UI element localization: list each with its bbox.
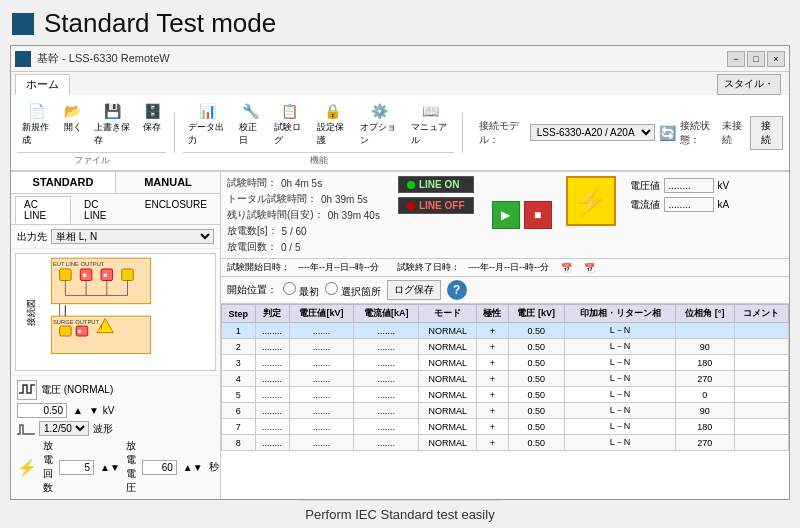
refresh-icon[interactable]: 🔄 bbox=[659, 125, 676, 141]
selected-radio[interactable] bbox=[325, 282, 338, 295]
ribbon-group-function: 📊 データ出力 🔧 校正日 📋 試験ログ 🔒 設定保護 bbox=[183, 98, 454, 167]
connect-button[interactable]: 接続 bbox=[750, 116, 783, 150]
status-times: 試験時間： 0h 4m 5s トータル試験時間： 0h 39m 5s 残り試験時… bbox=[227, 176, 380, 254]
page-title: Standard Test mode bbox=[44, 8, 276, 39]
first-radio[interactable] bbox=[283, 282, 296, 295]
manual-icon: 📖 bbox=[420, 101, 440, 121]
file-buttons: 📄 新規作成 📂 開く 💾 上書き保存 🗄️ 保存 bbox=[17, 98, 166, 150]
minimize-button[interactable]: − bbox=[727, 51, 745, 67]
line-off-button[interactable]: LINE OFF bbox=[398, 197, 474, 214]
start-date-label: 試験開始日時： bbox=[227, 261, 290, 274]
line-on-button[interactable]: LINE ON bbox=[398, 176, 474, 193]
start-position-label: 開始位置： bbox=[227, 283, 277, 297]
table-row[interactable]: 1......................NORMAL+0.50L－N bbox=[222, 323, 789, 339]
waveform-select[interactable]: 1.2/50 bbox=[39, 421, 89, 436]
tab-home[interactable]: ホーム bbox=[15, 74, 70, 95]
table-row[interactable]: 3......................NORMAL+0.50L－N180 bbox=[222, 355, 789, 371]
overwrite-save-button[interactable]: 💾 上書き保存 bbox=[89, 98, 136, 150]
new-icon: 📄 bbox=[27, 101, 47, 121]
discharge-row: ⚡ 放電回数 ▲▼ 放電電圧 ▲▼ 秒 bbox=[17, 439, 214, 495]
tab-dc-line[interactable]: DC LINE bbox=[75, 196, 132, 224]
new-button[interactable]: 📄 新規作成 bbox=[17, 98, 57, 150]
cal-icon: 🔧 bbox=[240, 101, 260, 121]
connection-area: 接続モデル： LSS-6330-A20 / A20A 🔄 接続状態： 未接続 接… bbox=[479, 116, 783, 150]
table-row[interactable]: 4......................NORMAL+0.50L－N270 bbox=[222, 371, 789, 387]
stop-button[interactable]: ■ bbox=[524, 201, 552, 229]
voltage-display bbox=[664, 178, 714, 193]
function-buttons: 📊 データ出力 🔧 校正日 📋 試験ログ 🔒 設定保護 bbox=[183, 98, 454, 150]
table-row[interactable]: 2......................NORMAL+0.50L－N90 bbox=[222, 339, 789, 355]
open-button[interactable]: 📂 開く bbox=[59, 98, 87, 150]
style-button[interactable]: スタイル・ bbox=[717, 74, 781, 95]
warning-icon: ⚡ bbox=[573, 185, 608, 218]
manual-button[interactable]: 📖 マニュアル bbox=[406, 98, 455, 150]
tab-standard[interactable]: STANDARD bbox=[11, 172, 116, 193]
col-step: Step bbox=[222, 305, 256, 323]
test-log-button[interactable]: 📋 試験ログ bbox=[269, 98, 310, 150]
output-source-select[interactable]: 単相 L, N bbox=[51, 229, 214, 244]
warning-box: ⚡ bbox=[566, 176, 616, 226]
discharge-voltage-input[interactable] bbox=[142, 460, 177, 475]
calendar-icon[interactable]: 📅 bbox=[561, 263, 572, 273]
connection-model-label: 接続モデル： bbox=[479, 119, 525, 147]
voltage-stepper-down[interactable]: ▼ bbox=[89, 405, 99, 416]
current-display bbox=[664, 197, 714, 212]
table-row[interactable]: 5......................NORMAL+0.50L－N0 bbox=[222, 387, 789, 403]
end-date-value: ----年--月--日--時--分 bbox=[468, 261, 549, 274]
discharge-count2-value: 0 / 5 bbox=[281, 242, 300, 253]
data-output-button[interactable]: 📊 データ出力 bbox=[183, 98, 232, 150]
voltage-row: 電圧 (NORMAL) bbox=[17, 380, 214, 400]
maximize-button[interactable]: □ bbox=[747, 51, 765, 67]
discharge-count2-row: 放電回数： 0 / 5 bbox=[227, 240, 380, 254]
table-controls: 開始位置： 最初 選択箇所 ログ保存 ? bbox=[221, 277, 789, 304]
line-status: LINE ON LINE OFF bbox=[398, 176, 474, 254]
tab-manual[interactable]: MANUAL bbox=[116, 172, 220, 193]
table-row[interactable]: 8......................NORMAL+0.50L－N270 bbox=[222, 435, 789, 451]
help-button[interactable]: ? bbox=[447, 280, 467, 300]
table-row[interactable]: 7......................NORMAL+0.50L－N180 bbox=[222, 419, 789, 435]
connection-model-select[interactable]: LSS-6330-A20 / A20A bbox=[530, 124, 655, 141]
settings-protect-button[interactable]: 🔒 設定保護 bbox=[312, 98, 353, 150]
col-kv: 電圧 [kV] bbox=[508, 305, 564, 323]
calendar-icon2[interactable]: 📅 bbox=[584, 263, 595, 273]
voltage-display-row: 電圧値 kV bbox=[630, 178, 730, 193]
save-icon: 💾 bbox=[102, 101, 122, 121]
save-button[interactable]: 🗄️ 保存 bbox=[138, 98, 166, 150]
voltage-stepper-up[interactable]: ▲ bbox=[73, 405, 83, 416]
total-time-row: トータル試験時間： 0h 39m 5s bbox=[227, 192, 380, 206]
col-mode: モード bbox=[419, 305, 477, 323]
ribbon-content: 📄 新規作成 📂 開く 💾 上書き保存 🗄️ 保存 bbox=[11, 95, 789, 171]
status-area: 試験時間： 0h 4m 5s トータル試験時間： 0h 39m 5s 残り試験時… bbox=[221, 172, 789, 259]
ka-unit: kA bbox=[718, 199, 730, 210]
tab-enclosure[interactable]: ENCLOSURE bbox=[136, 196, 216, 224]
log-save-button[interactable]: ログ保存 bbox=[387, 280, 441, 300]
calibration-button[interactable]: 🔧 校正日 bbox=[234, 98, 267, 150]
total-time-value: 0h 39m 5s bbox=[321, 194, 368, 205]
selected-radio-label: 選択箇所 bbox=[325, 282, 381, 299]
discharge-voltage-stepper[interactable]: ▲▼ bbox=[183, 462, 203, 473]
test-time-value: 0h 4m 5s bbox=[281, 178, 322, 189]
col-comment: コメント bbox=[734, 305, 788, 323]
discharge-count-input[interactable] bbox=[59, 460, 94, 475]
waveform-row: 1.2/50 波形 bbox=[17, 421, 214, 436]
discharge-count2-label: 放電回数： bbox=[227, 240, 277, 254]
connection-status-label: 接続状態： bbox=[680, 119, 719, 147]
table-row[interactable]: 6......................NORMAL+0.50L－N90 bbox=[222, 403, 789, 419]
waveform-icon bbox=[17, 422, 35, 436]
discharge-count-stepper[interactable]: ▲▼ bbox=[100, 462, 120, 473]
first-radio-label: 最初 bbox=[283, 282, 319, 299]
voltage-unit: kV bbox=[103, 405, 115, 416]
control-buttons: ▶ ■ bbox=[492, 176, 552, 254]
play-button[interactable]: ▶ bbox=[492, 201, 520, 229]
tab-ac-line[interactable]: AC LINE bbox=[15, 196, 71, 224]
col-angle: 位相角 [°] bbox=[676, 305, 734, 323]
svg-text:EUT LINE OUTPUT: EUT LINE OUTPUT bbox=[53, 261, 105, 267]
close-button[interactable]: × bbox=[767, 51, 785, 67]
options-button[interactable]: ⚙️ オプション bbox=[355, 98, 404, 150]
title-bar: 基幹 - LSS-6330 RemoteW − □ × bbox=[11, 46, 789, 72]
voltage-waveform-icon bbox=[17, 380, 37, 400]
voltage-input[interactable] bbox=[17, 403, 67, 418]
save2-icon: 🗄️ bbox=[142, 101, 162, 121]
remaining-time-value: 0h 39m 40s bbox=[328, 210, 380, 221]
svg-text:⚡: ⚡ bbox=[61, 327, 69, 335]
